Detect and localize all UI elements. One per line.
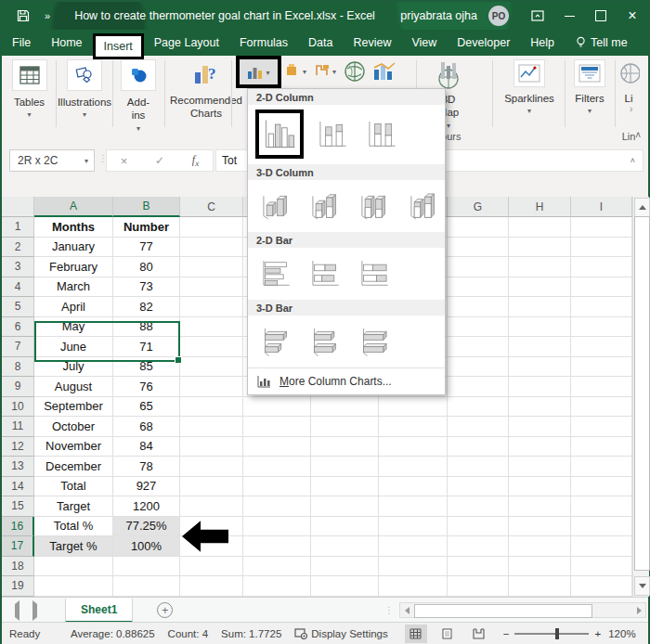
- cell-I18[interactable]: [571, 557, 632, 577]
- maximize-button[interactable]: [585, 2, 617, 30]
- cell-H18[interactable]: [509, 557, 571, 577]
- column-header-B[interactable]: B: [113, 197, 180, 217]
- redo-icon[interactable]: »: [45, 10, 50, 21]
- cell-E19[interactable]: [311, 576, 379, 597]
- cell-G19[interactable]: [448, 576, 509, 597]
- tab-home[interactable]: Home: [41, 30, 92, 56]
- tab-review[interactable]: Review: [343, 30, 401, 56]
- cell-E11[interactable]: [311, 417, 379, 437]
- ribbon-display-options-icon[interactable]: [522, 2, 553, 30]
- cell-A7[interactable]: June: [34, 337, 113, 357]
- cell-I1[interactable]: [571, 217, 632, 238]
- cell-C15[interactable]: [180, 496, 243, 517]
- display-settings-button[interactable]: Display Settings: [294, 628, 387, 639]
- column-header-I[interactable]: I: [571, 197, 632, 217]
- page-break-view-button[interactable]: [468, 625, 490, 643]
- zoom-slider-handle[interactable]: [555, 628, 559, 639]
- cell-E13[interactable]: [311, 457, 379, 477]
- cell-F14[interactable]: [379, 477, 448, 497]
- chart-option-b3-2[interactable]: [354, 320, 395, 362]
- cell-A11[interactable]: October: [34, 417, 113, 437]
- cell-I15[interactable]: [571, 496, 632, 517]
- chart-option-c2-1[interactable]: [312, 113, 353, 155]
- insert-column-chart-button[interactable]: ▾: [236, 56, 281, 88]
- cell-F12[interactable]: [379, 437, 448, 457]
- tab-formulas[interactable]: Formulas: [229, 30, 298, 56]
- cell-B5[interactable]: 82: [113, 297, 180, 317]
- cell-I13[interactable]: [571, 457, 632, 477]
- scroll-up-icon[interactable]: [634, 198, 650, 217]
- close-button[interactable]: ×: [617, 2, 648, 30]
- column-header-H[interactable]: H: [509, 197, 571, 217]
- tab-help[interactable]: Help: [520, 30, 565, 56]
- row-header-14[interactable]: 14: [2, 477, 34, 497]
- cell-B8[interactable]: 85: [113, 357, 180, 378]
- cell-A3[interactable]: February: [34, 257, 113, 277]
- horizontal-scrollbar[interactable]: [399, 602, 646, 618]
- cell-I6[interactable]: [571, 317, 632, 338]
- chart-option-c3-1[interactable]: [305, 185, 345, 226]
- horizontal-scroll-thumb[interactable]: [414, 604, 592, 618]
- cell-D15[interactable]: [243, 496, 311, 517]
- cell-G14[interactable]: [448, 477, 509, 497]
- chart-option-b2-0[interactable]: [255, 252, 296, 294]
- cell-D10[interactable]: [243, 397, 311, 418]
- cell-D13[interactable]: [243, 457, 311, 477]
- cell-I4[interactable]: [571, 277, 632, 298]
- cell-A6[interactable]: May: [34, 317, 113, 338]
- cell-H7[interactable]: [509, 337, 571, 357]
- scroll-down-icon[interactable]: [634, 576, 650, 596]
- prev-sheet-icon[interactable]: [15, 604, 20, 617]
- cell-G17[interactable]: [448, 536, 509, 557]
- cell-B3[interactable]: 80: [113, 257, 180, 277]
- cell-C9[interactable]: [180, 377, 243, 397]
- row-header-3[interactable]: 3: [2, 257, 34, 277]
- row-header-4[interactable]: 4: [2, 277, 34, 298]
- cell-A10[interactable]: September: [34, 397, 113, 418]
- cell-C1[interactable]: [180, 217, 243, 238]
- cell-G5[interactable]: [448, 297, 509, 317]
- cell-B16[interactable]: 77.25%: [113, 517, 180, 537]
- chart-option-b2-2[interactable]: [354, 252, 395, 294]
- cell-H1[interactable]: [509, 217, 571, 238]
- cell-A4[interactable]: March: [34, 277, 113, 298]
- vertical-scroll-thumb[interactable]: [634, 216, 650, 571]
- tab-insert[interactable]: Insert: [93, 33, 144, 59]
- cell-G9[interactable]: [448, 377, 509, 397]
- cell-E16[interactable]: [311, 517, 379, 537]
- chart-option-c3-3[interactable]: [403, 185, 444, 226]
- cell-F11[interactable]: [379, 417, 448, 437]
- cell-A2[interactable]: January: [34, 238, 113, 258]
- next-sheet-icon[interactable]: [32, 604, 37, 617]
- illustrations-button[interactable]: Illustrations ▾: [58, 56, 111, 119]
- row-header-19[interactable]: 19: [2, 576, 34, 597]
- cell-A5[interactable]: April: [34, 297, 113, 317]
- cell-H8[interactable]: [509, 357, 571, 378]
- cell-C8[interactable]: [180, 357, 243, 378]
- cell-B15[interactable]: 1200: [113, 496, 180, 517]
- tab-view[interactable]: View: [401, 30, 447, 56]
- cell-E12[interactable]: [311, 437, 379, 457]
- cell-A8[interactable]: July: [34, 357, 113, 378]
- more-column-charts[interactable]: More Column Charts...: [248, 367, 445, 394]
- normal-view-button[interactable]: [405, 625, 427, 643]
- cell-B17[interactable]: 100%: [113, 536, 180, 557]
- row-header-5[interactable]: 5: [2, 297, 34, 317]
- cell-C13[interactable]: [180, 457, 243, 477]
- sheet-tab-sheet1[interactable]: Sheet1: [65, 599, 133, 623]
- row-header-9[interactable]: 9: [2, 377, 34, 397]
- insert-combo-chart-button[interactable]: [372, 60, 396, 83]
- name-box[interactable]: 2R x 2C ▾: [9, 149, 95, 172]
- cell-C5[interactable]: [180, 297, 243, 317]
- cell-A18[interactable]: [34, 557, 113, 577]
- chart-option-c2-0[interactable]: [255, 109, 304, 159]
- cell-A17[interactable]: Target %: [34, 536, 113, 557]
- collapse-ribbon-icon[interactable]: ˄: [635, 130, 641, 140]
- cell-E17[interactable]: [311, 536, 379, 557]
- enter-icon[interactable]: ✓: [155, 154, 164, 167]
- cell-F15[interactable]: [379, 496, 448, 517]
- recommended-charts-button[interactable]: ? Recommended Charts: [166, 56, 246, 121]
- cell-A1[interactable]: Months: [34, 217, 113, 238]
- cell-D12[interactable]: [243, 437, 311, 457]
- cell-I16[interactable]: [571, 517, 632, 537]
